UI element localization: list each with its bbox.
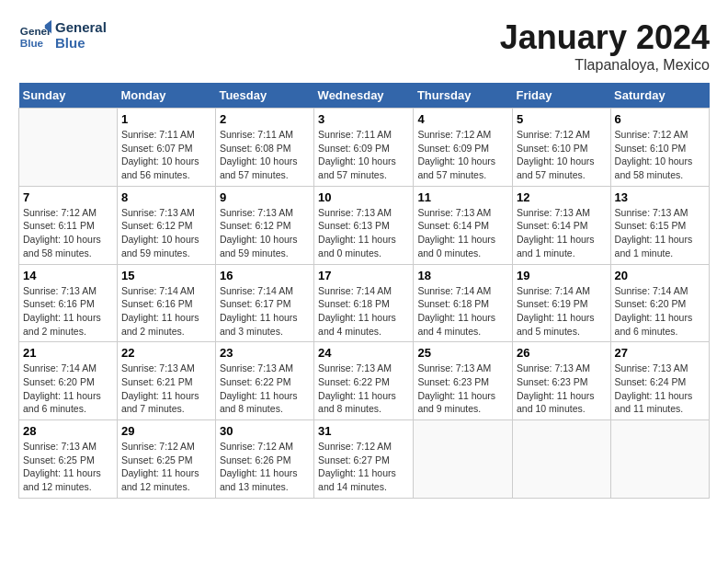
day-number: 10 [318,190,409,204]
weekday-wednesday: Wednesday [314,83,414,109]
calendar-title: January 2024 [500,18,710,57]
calendar-cell: 28Sunrise: 7:13 AM Sunset: 6:25 PM Dayli… [19,420,118,499]
day-info: Sunrise: 7:13 AM Sunset: 6:12 PM Dayligh… [121,206,211,260]
calendar-subtitle: Tlapanaloya, Mexico [500,57,710,74]
calendar-cell [19,109,118,187]
weekday-header-row: SundayMondayTuesdayWednesdayThursdayFrid… [19,83,710,109]
calendar-cell: 16Sunrise: 7:14 AM Sunset: 6:17 PM Dayli… [215,264,313,342]
day-info: Sunrise: 7:13 AM Sunset: 6:13 PM Dayligh… [318,206,409,260]
day-number: 17 [318,269,409,282]
day-info: Sunrise: 7:11 AM Sunset: 6:07 PM Dayligh… [121,128,211,182]
day-number: 25 [417,346,508,360]
weekday-saturday: Saturday [610,83,709,109]
calendar-cell: 7Sunrise: 7:12 AM Sunset: 6:11 PM Daylig… [19,186,118,264]
day-number: 9 [220,190,310,204]
day-number: 31 [318,424,409,438]
day-info: Sunrise: 7:14 AM Sunset: 6:20 PM Dayligh… [23,362,113,416]
day-number: 3 [318,112,409,126]
day-number: 13 [615,190,705,204]
calendar-cell: 13Sunrise: 7:13 AM Sunset: 6:15 PM Dayli… [610,186,709,264]
calendar-cell: 15Sunrise: 7:14 AM Sunset: 6:16 PM Dayli… [117,264,215,342]
day-info: Sunrise: 7:13 AM Sunset: 6:23 PM Dayligh… [517,362,607,416]
day-number: 27 [615,346,705,360]
day-info: Sunrise: 7:13 AM Sunset: 6:14 PM Dayligh… [517,206,607,260]
calendar-cell: 31Sunrise: 7:12 AM Sunset: 6:27 PM Dayli… [314,420,414,499]
day-number: 8 [121,190,211,204]
day-info: Sunrise: 7:13 AM Sunset: 6:25 PM Dayligh… [23,440,113,494]
calendar-cell: 8Sunrise: 7:13 AM Sunset: 6:12 PM Daylig… [117,186,215,264]
calendar-cell: 30Sunrise: 7:12 AM Sunset: 6:26 PM Dayli… [215,420,313,499]
day-info: Sunrise: 7:13 AM Sunset: 6:15 PM Dayligh… [615,206,705,260]
calendar-cell: 3Sunrise: 7:11 AM Sunset: 6:09 PM Daylig… [314,109,414,187]
calendar-body: 1Sunrise: 7:11 AM Sunset: 6:07 PM Daylig… [19,109,710,499]
calendar-cell: 20Sunrise: 7:14 AM Sunset: 6:20 PM Dayli… [610,264,709,342]
day-number: 6 [615,112,705,126]
day-number: 29 [121,424,211,438]
calendar-cell: 11Sunrise: 7:13 AM Sunset: 6:14 PM Dayli… [414,186,513,264]
calendar-cell: 1Sunrise: 7:11 AM Sunset: 6:07 PM Daylig… [117,109,215,187]
calendar-cell: 10Sunrise: 7:13 AM Sunset: 6:13 PM Dayli… [314,186,414,264]
day-info: Sunrise: 7:13 AM Sunset: 6:12 PM Dayligh… [220,206,310,260]
day-number: 20 [615,269,705,282]
weekday-friday: Friday [512,83,610,109]
day-info: Sunrise: 7:14 AM Sunset: 6:16 PM Dayligh… [121,284,211,339]
calendar-header: SundayMondayTuesdayWednesdayThursdayFrid… [19,83,710,109]
calendar-cell: 22Sunrise: 7:13 AM Sunset: 6:21 PM Dayli… [117,342,215,420]
day-info: Sunrise: 7:12 AM Sunset: 6:09 PM Dayligh… [417,128,508,182]
day-info: Sunrise: 7:13 AM Sunset: 6:14 PM Dayligh… [417,206,508,260]
day-info: Sunrise: 7:12 AM Sunset: 6:25 PM Dayligh… [121,440,211,494]
day-info: Sunrise: 7:13 AM Sunset: 6:22 PM Dayligh… [220,362,310,416]
weekday-sunday: Sunday [19,83,118,109]
day-number: 15 [121,269,211,282]
day-number: 19 [517,269,607,282]
svg-text:Blue: Blue [20,37,44,49]
day-info: Sunrise: 7:14 AM Sunset: 6:18 PM Dayligh… [318,284,409,339]
day-number: 5 [517,112,607,126]
weekday-tuesday: Tuesday [215,83,313,109]
day-info: Sunrise: 7:14 AM Sunset: 6:17 PM Dayligh… [220,284,310,339]
week-row-3: 14Sunrise: 7:13 AM Sunset: 6:16 PM Dayli… [19,264,710,342]
day-info: Sunrise: 7:13 AM Sunset: 6:16 PM Dayligh… [23,284,113,339]
logo-line2: Blue [55,35,107,51]
week-row-4: 21Sunrise: 7:14 AM Sunset: 6:20 PM Dayli… [19,342,710,420]
calendar-cell: 2Sunrise: 7:11 AM Sunset: 6:08 PM Daylig… [215,109,313,187]
title-block: January 2024 Tlapanaloya, Mexico [500,18,710,74]
day-number: 14 [23,269,113,282]
calendar-cell: 18Sunrise: 7:14 AM Sunset: 6:18 PM Dayli… [414,264,513,342]
week-row-2: 7Sunrise: 7:12 AM Sunset: 6:11 PM Daylig… [19,186,710,264]
calendar-cell: 26Sunrise: 7:13 AM Sunset: 6:23 PM Dayli… [512,342,610,420]
weekday-thursday: Thursday [414,83,513,109]
day-number: 24 [318,346,409,360]
day-info: Sunrise: 7:13 AM Sunset: 6:22 PM Dayligh… [318,362,409,416]
calendar-table: SundayMondayTuesdayWednesdayThursdayFrid… [18,83,710,499]
calendar-cell: 5Sunrise: 7:12 AM Sunset: 6:10 PM Daylig… [512,109,610,187]
day-info: Sunrise: 7:12 AM Sunset: 6:10 PM Dayligh… [615,128,705,182]
day-info: Sunrise: 7:12 AM Sunset: 6:27 PM Dayligh… [318,440,409,494]
day-info: Sunrise: 7:12 AM Sunset: 6:11 PM Dayligh… [23,206,113,260]
logo-line1: General [55,19,107,35]
day-number: 2 [220,112,310,126]
calendar-cell: 9Sunrise: 7:13 AM Sunset: 6:12 PM Daylig… [215,186,313,264]
day-info: Sunrise: 7:13 AM Sunset: 6:21 PM Dayligh… [121,362,211,416]
day-number: 12 [517,190,607,204]
day-number: 18 [417,269,508,282]
day-number: 4 [417,112,508,126]
day-number: 28 [23,424,113,438]
day-number: 7 [23,190,113,204]
page-header: General Blue General Blue January 2024 T… [18,18,710,74]
logo-icon: General Blue [18,18,51,52]
calendar-cell [414,420,513,499]
calendar-cell: 17Sunrise: 7:14 AM Sunset: 6:18 PM Dayli… [314,264,414,342]
calendar-cell: 27Sunrise: 7:13 AM Sunset: 6:24 PM Dayli… [610,342,709,420]
day-info: Sunrise: 7:11 AM Sunset: 6:08 PM Dayligh… [220,128,310,182]
calendar-cell: 21Sunrise: 7:14 AM Sunset: 6:20 PM Dayli… [19,342,118,420]
calendar-cell: 23Sunrise: 7:13 AM Sunset: 6:22 PM Dayli… [215,342,313,420]
day-info: Sunrise: 7:12 AM Sunset: 6:26 PM Dayligh… [220,440,310,494]
day-info: Sunrise: 7:14 AM Sunset: 6:20 PM Dayligh… [615,284,705,339]
calendar-cell: 14Sunrise: 7:13 AM Sunset: 6:16 PM Dayli… [19,264,118,342]
calendar-cell: 25Sunrise: 7:13 AM Sunset: 6:23 PM Dayli… [414,342,513,420]
calendar-cell: 4Sunrise: 7:12 AM Sunset: 6:09 PM Daylig… [414,109,513,187]
calendar-cell [512,420,610,499]
day-number: 16 [220,269,310,282]
day-number: 26 [517,346,607,360]
